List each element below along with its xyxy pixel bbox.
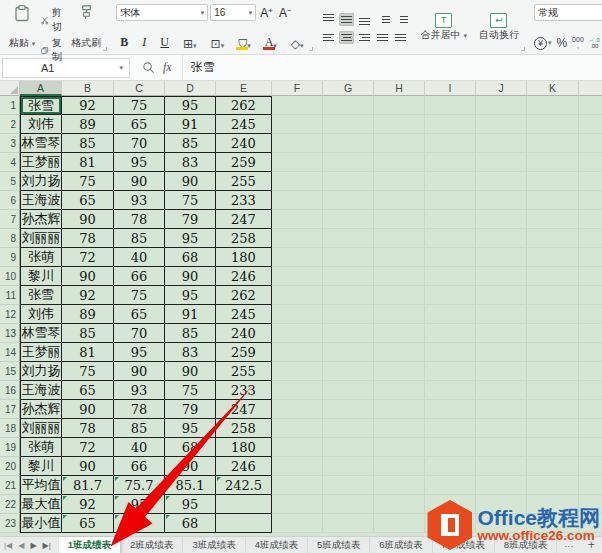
cell-K8[interactable]: [527, 229, 579, 248]
cell-B6[interactable]: 65: [62, 191, 114, 210]
cell-C23[interactable]: 40: [114, 514, 165, 533]
cell-B15[interactable]: 75: [62, 362, 114, 381]
cell-H7[interactable]: [374, 210, 425, 229]
cell-H21[interactable]: [374, 476, 425, 495]
cell-D12[interactable]: 91: [165, 305, 216, 324]
cell-K18[interactable]: [527, 419, 579, 438]
cell-J14[interactable]: [476, 343, 527, 362]
cell-K13[interactable]: [527, 324, 579, 343]
align-middle-button[interactable]: [339, 13, 354, 26]
cell-E3[interactable]: 240: [216, 134, 272, 153]
cell-F13[interactable]: [272, 324, 323, 343]
cell-D3[interactable]: 85: [165, 134, 216, 153]
underline-button[interactable]: U: [156, 34, 173, 50]
row-header-7[interactable]: 7: [0, 210, 20, 229]
cell-C6[interactable]: 93: [114, 191, 165, 210]
clear-button[interactable]: ◇▾: [287, 34, 308, 50]
fill-color-button[interactable]: ⛉▾: [234, 34, 255, 50]
cell-G12[interactable]: [323, 305, 374, 324]
cell-H13[interactable]: [374, 324, 425, 343]
cell-D6[interactable]: 75: [165, 191, 216, 210]
previous-sheet-icon[interactable]: ◀: [18, 541, 24, 550]
cell-C16[interactable]: 93: [114, 381, 165, 400]
cell-J20[interactable]: [476, 457, 527, 476]
cell-F19[interactable]: [272, 438, 323, 457]
cell-C18[interactable]: 85: [114, 419, 165, 438]
cell-J10[interactable]: [476, 267, 527, 286]
cell-E16[interactable]: 233: [216, 381, 272, 400]
cell-F3[interactable]: [272, 134, 323, 153]
cell-E1[interactable]: 262: [216, 96, 272, 115]
cell-C21[interactable]: 75.7: [114, 476, 165, 495]
cell-E23[interactable]: [216, 514, 272, 533]
cell-F9[interactable]: [272, 248, 323, 267]
cell-K12[interactable]: [527, 305, 579, 324]
cell-G16[interactable]: [323, 381, 374, 400]
cell-I20[interactable]: [425, 457, 476, 476]
cell-B4[interactable]: 81: [62, 153, 114, 172]
cell-F18[interactable]: [272, 419, 323, 438]
row-header-23[interactable]: 23: [0, 514, 20, 533]
cell-G8[interactable]: [323, 229, 374, 248]
paste-button[interactable]: 粘贴 ▾: [6, 3, 38, 51]
cell-K4[interactable]: [527, 153, 579, 172]
cell-J3[interactable]: [476, 134, 527, 153]
cell-A22[interactable]: 最大值: [20, 495, 62, 514]
cell-A16[interactable]: 王海波: [20, 381, 62, 400]
cell-E17[interactable]: 247: [216, 400, 272, 419]
cell-H17[interactable]: [374, 400, 425, 419]
cell-I4[interactable]: [425, 153, 476, 172]
font-size-select[interactable]: 16 ▾: [210, 4, 256, 21]
cell-H8[interactable]: [374, 229, 425, 248]
cell-A6[interactable]: 王海波: [20, 191, 62, 210]
cell-B18[interactable]: 78: [62, 419, 114, 438]
cell-G2[interactable]: [323, 115, 374, 134]
cell-G15[interactable]: [323, 362, 374, 381]
cell-K16[interactable]: [527, 381, 579, 400]
cell-B11[interactable]: 92: [62, 286, 114, 305]
cell-I5[interactable]: [425, 172, 476, 191]
cell-E7[interactable]: 247: [216, 210, 272, 229]
cell-H15[interactable]: [374, 362, 425, 381]
cell-C3[interactable]: 70: [114, 134, 165, 153]
cell-C22[interactable]: 95: [114, 495, 165, 514]
cell-G17[interactable]: [323, 400, 374, 419]
cell-B3[interactable]: 85: [62, 134, 114, 153]
row-header-11[interactable]: 11: [0, 286, 20, 305]
insert-function-button[interactable]: fx: [163, 60, 172, 75]
cell-B13[interactable]: 85: [62, 324, 114, 343]
increase-indent-button[interactable]: [393, 13, 408, 26]
thousands-button[interactable]: 000,: [572, 37, 584, 49]
cell-J12[interactable]: [476, 305, 527, 324]
magnifier-icon[interactable]: [142, 61, 155, 74]
cell-C19[interactable]: 40: [114, 438, 165, 457]
cell-D15[interactable]: 90: [165, 362, 216, 381]
cell-H9[interactable]: [374, 248, 425, 267]
cell-A15[interactable]: 刘力扬: [20, 362, 62, 381]
row-header-9[interactable]: 9: [0, 248, 20, 267]
merge-center-button[interactable]: T 合并居中 ▾: [418, 12, 470, 43]
cell-G3[interactable]: [323, 134, 374, 153]
row-header-13[interactable]: 13: [0, 324, 20, 343]
grow-font-button[interactable]: A+: [258, 6, 275, 20]
cell-H2[interactable]: [374, 115, 425, 134]
cell-C14[interactable]: 95: [114, 343, 165, 362]
cell-A8[interactable]: 刘丽丽: [20, 229, 62, 248]
cell-I9[interactable]: [425, 248, 476, 267]
cell-K1[interactable]: [527, 96, 579, 115]
sheet-tab-3[interactable]: 3班成绩表: [183, 537, 245, 553]
cell-F23[interactable]: [272, 514, 323, 533]
cell-B2[interactable]: 89: [62, 115, 114, 134]
sheet-tab-1[interactable]: 1班成绩表: [59, 537, 121, 553]
cell-F6[interactable]: [272, 191, 323, 210]
cell-I11[interactable]: [425, 286, 476, 305]
cell-A14[interactable]: 王梦丽: [20, 343, 62, 362]
column-header-F[interactable]: F: [272, 81, 323, 96]
cell-K17[interactable]: [527, 400, 579, 419]
distributed-button[interactable]: [393, 31, 408, 44]
cell-I21[interactable]: [425, 476, 476, 495]
row-header-2[interactable]: 2: [0, 115, 20, 134]
cell-K15[interactable]: [527, 362, 579, 381]
cell-G7[interactable]: [323, 210, 374, 229]
font-color-button[interactable]: A▾: [261, 34, 281, 50]
